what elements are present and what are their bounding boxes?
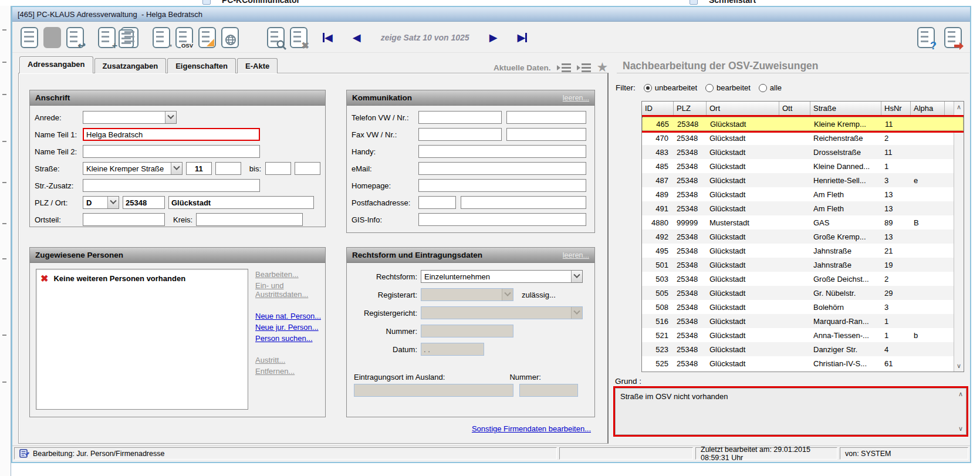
table-row[interactable]: 52325348GlückstadtDanziger Str.4 xyxy=(642,342,964,356)
filter-option-alle[interactable]: alle xyxy=(759,83,782,92)
gis-field[interactable] xyxy=(418,213,586,226)
web-record-icon[interactable] xyxy=(221,27,239,48)
tab-adressangaben[interactable]: Adressangaben xyxy=(19,56,93,73)
handy-field[interactable] xyxy=(418,145,586,158)
fax-nr-field[interactable] xyxy=(506,128,586,141)
table-row[interactable]: 48925348GlückstadtAm Fleth13 xyxy=(642,187,964,201)
help-icon[interactable]: ? xyxy=(917,27,935,48)
email-field[interactable] xyxy=(418,162,586,175)
plz-field[interactable] xyxy=(123,196,165,209)
column-header-id[interactable]: ID xyxy=(642,102,674,116)
bis-nr-field[interactable] xyxy=(265,162,291,175)
scroll-up-icon[interactable]: ∧ xyxy=(957,102,961,113)
table-row[interactable]: 52125348GlückstadtAnna-Tiessen-...1b xyxy=(642,328,964,342)
leeren-link[interactable]: leeren... xyxy=(563,94,589,102)
osv-record-icon[interactable]: OSV xyxy=(175,27,193,48)
table-row[interactable]: 48325348GlückstadtDrosselstraße11 xyxy=(642,145,964,159)
tab-e-akte[interactable]: E-Akte xyxy=(237,58,278,73)
neue-nat-person-link[interactable]: Neue nat. Person... xyxy=(255,312,325,320)
favorite-star-icon[interactable]: ★ xyxy=(597,61,609,74)
austritt-link[interactable]: Austritt... xyxy=(255,356,325,364)
chevron-down-icon[interactable] xyxy=(107,197,119,208)
scroll-up-icon[interactable]: ∧ xyxy=(958,389,963,400)
filter-option-bearbeitet[interactable]: bearbeitet xyxy=(705,83,751,92)
table-row[interactable]: 46525348GlückstadtKleine Kremp...11 xyxy=(642,117,964,131)
strasse-select[interactable]: Kleine Kremper Straße xyxy=(83,162,183,175)
tab-eigenschaften[interactable]: Eigenschaften xyxy=(167,58,236,73)
column-header-hsnr[interactable]: HsNr xyxy=(881,102,911,116)
table-row[interactable]: 49125348GlückstadtAm Fleth13 xyxy=(642,201,964,215)
postfach-ort-field[interactable] xyxy=(461,196,586,209)
leeren-link[interactable]: leeren... xyxy=(563,251,589,259)
table-row[interactable]: 50125348GlückstadtJahnstraße19 xyxy=(642,258,964,272)
nav-prev-button[interactable]: ◀ xyxy=(353,32,361,43)
nav-first-button[interactable]: ◀ xyxy=(323,32,333,43)
column-header-plz[interactable]: PLZ xyxy=(674,102,707,116)
table-row[interactable]: 50825348GlückstadtBolehörn3 xyxy=(642,300,964,314)
search-record-icon[interactable] xyxy=(267,27,285,48)
hausnr-field[interactable] xyxy=(186,162,212,175)
blank-record-icon[interactable] xyxy=(43,27,61,48)
nav-last-button[interactable]: ▶ xyxy=(518,32,528,43)
grund-text-area[interactable]: Straße im OSV nicht vorhanden xyxy=(615,388,967,435)
table-row[interactable]: 48525348GlückstadtKleine Danned...1 xyxy=(642,159,964,173)
view-record-icon[interactable] xyxy=(21,27,38,48)
scroll-down-icon[interactable]: ∨ xyxy=(957,360,961,372)
zusatz-field[interactable] xyxy=(83,179,260,192)
name2-field[interactable] xyxy=(83,145,260,158)
tab-zusatzangaben[interactable]: Zusatzangaben xyxy=(94,58,167,73)
rechtsform-select[interactable]: Einzelunternehmen xyxy=(421,270,583,283)
sonstige-firmendaten-link[interactable]: Sonstige Firmendaten bearbeiten... xyxy=(472,424,591,433)
edit-record-icon[interactable] xyxy=(198,27,216,48)
osv-table-header[interactable]: IDPLZOrtOttStraßeHsNrAlpha xyxy=(642,102,964,117)
austrittsdaten-link[interactable]: Ein- und Austrittsdaten... xyxy=(255,281,325,299)
land-select[interactable]: D xyxy=(83,196,119,209)
exit-icon[interactable] xyxy=(944,27,962,48)
table-row[interactable]: 488099999MusterstadtGAS89B xyxy=(642,215,964,229)
person-suchen-link[interactable]: Person suchen... xyxy=(255,334,325,343)
grund-scrollbar[interactable]: ∧ ∨ xyxy=(955,389,966,434)
table-row[interactable]: 49525348GlückstadtJahnstraße21 xyxy=(642,244,964,258)
personen-listbox[interactable]: ✖ Keine weiteren Personen vorhanden xyxy=(36,269,248,410)
fax-vw-field[interactable] xyxy=(418,128,502,141)
column-header-alpha[interactable]: Alpha xyxy=(911,102,945,116)
chevron-down-icon[interactable] xyxy=(571,271,582,282)
nav-next-button[interactable]: ▶ xyxy=(489,32,498,43)
outdent-list-icon[interactable] xyxy=(557,63,571,73)
kreis-field[interactable] xyxy=(196,213,303,226)
postfach-nr-field[interactable] xyxy=(418,196,456,209)
entfernen-link[interactable]: Entfernen... xyxy=(255,367,325,376)
column-header-ott[interactable]: Ott xyxy=(779,102,810,116)
ort-field[interactable] xyxy=(168,196,314,209)
chevron-down-icon[interactable] xyxy=(165,112,176,123)
undo-record-icon[interactable]: ↩ xyxy=(66,27,84,48)
filter-option-unbearbeitet[interactable]: unbearbeitet xyxy=(644,83,697,92)
table-row[interactable]: 49225348GlückstadtGroße Kremp...13 xyxy=(642,229,964,244)
delete-record-icon[interactable]: ✖ xyxy=(290,27,307,48)
telefon-vw-field[interactable] xyxy=(418,111,502,124)
copy-record-icon[interactable] xyxy=(121,27,138,48)
indent-list-icon[interactable] xyxy=(577,63,591,73)
table-scrollbar[interactable]: ∧ ∨ xyxy=(954,102,964,372)
table-row[interactable]: 50525348GlückstadtGr. Nübelstr.29 xyxy=(642,286,964,300)
new-record-icon[interactable]: + xyxy=(98,27,116,48)
stamp-record-icon[interactable]: ▪ xyxy=(153,27,170,48)
neue-jur-person-link[interactable]: Neue jur. Person... xyxy=(255,323,325,332)
column-header-straße[interactable]: Straße xyxy=(810,102,881,116)
table-row[interactable]: 50325348GlückstadtGroße Deichst...2 xyxy=(642,272,964,286)
ortsteil-field[interactable] xyxy=(83,213,165,226)
table-row[interactable]: 51625348GlückstadtMarquard-Ran...1 xyxy=(642,314,964,328)
bis-alpha-field[interactable] xyxy=(295,162,320,175)
scroll-down-icon[interactable]: ∨ xyxy=(958,423,963,434)
table-row[interactable]: 52525348GlückstadtChristian-IV-S...61 xyxy=(642,356,964,370)
table-row[interactable]: 47025348GlückstadtReichenstraße2 xyxy=(642,131,964,145)
telefon-nr-field[interactable] xyxy=(506,111,586,124)
column-header-ort[interactable]: Ort xyxy=(707,102,779,116)
name1-field[interactable] xyxy=(83,128,260,141)
hausnr-alpha-field[interactable] xyxy=(215,162,241,175)
table-row[interactable]: 48725348GlückstadtHenriette-Sell...3e xyxy=(642,173,964,187)
bearbeiten-link[interactable]: Bearbeiten... xyxy=(255,270,325,279)
homepage-field[interactable] xyxy=(418,179,586,192)
anrede-select[interactable] xyxy=(83,111,177,124)
chevron-down-icon[interactable] xyxy=(171,163,182,174)
